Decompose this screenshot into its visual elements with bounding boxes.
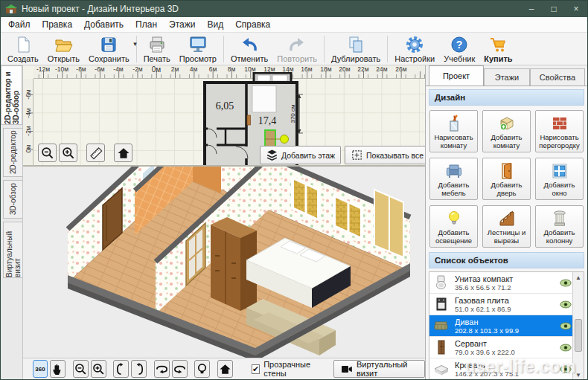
tutorial-button[interactable]: ? Учебник — [439, 33, 479, 65]
visibility-eye-icon[interactable] — [560, 300, 572, 309]
rotate-vertical-cw-icon — [132, 362, 146, 376]
orbit-left-button[interactable] — [154, 360, 170, 378]
object-list-scrollbar[interactable]: ▲ ▼ — [572, 272, 584, 380]
window-title: Новый проект - Дизайн Интерьера 3D — [22, 4, 520, 14]
add-light-button[interactable]: Добавить освещение — [429, 205, 478, 248]
tab-2d-editor[interactable]: 2D-редактор — [3, 128, 22, 177]
camera-icon — [342, 364, 352, 374]
cart-icon — [488, 35, 508, 54]
scrollbar-thumb[interactable] — [575, 319, 582, 352]
isometric-apartment-scene — [23, 167, 425, 358]
stairs-cutouts-button[interactable]: Лестницы и вырезы — [482, 205, 531, 248]
zoom-in-icon — [92, 362, 106, 376]
tilt-up-button[interactable] — [113, 360, 129, 378]
menu-file[interactable]: Файл — [2, 18, 36, 31]
menu-edit[interactable]: Правка — [36, 18, 79, 31]
object-row-bed[interactable]: Кровать 146.2 x 207.3 x 75.1 — [429, 358, 584, 380]
right-panel: Проект Этажи Свойства Дизайн — [425, 65, 587, 380]
dimension-370cm-label: 370 см — [290, 104, 296, 123]
project-tab-body: Дизайн Нарисовать комнату — [426, 86, 587, 380]
monitor-icon — [188, 35, 208, 54]
draw-room-button[interactable]: Нарисовать комнату — [429, 110, 478, 152]
print-button[interactable]: Печать — [139, 33, 175, 65]
measure-button[interactable] — [86, 144, 105, 162]
tab-project[interactable]: Проект — [429, 65, 484, 86]
settings-button[interactable]: Настройки — [390, 33, 439, 65]
zoom-in-3d-button[interactable] — [91, 360, 106, 378]
gear-icon — [405, 35, 424, 54]
transparent-walls-checkbox[interactable]: ✔ — [252, 364, 260, 374]
tab-virtual-visit[interactable]: Виртуальный визит — [3, 222, 22, 278]
main-area: 2D-редактор и 3D-обзор 2D-редактор 3D-об… — [1, 65, 587, 380]
object-row-sofa-selected[interactable]: Диван 202.8 x 101.3 x 99.9 — [429, 315, 584, 337]
scroll-down-arrow[interactable]: ▼ — [575, 370, 581, 380]
draw-partition-button[interactable]: Нарисовать перегородку — [535, 110, 584, 152]
object-list: Унитаз компакт 35.6 x 56.5 x 71.2 — [429, 271, 584, 380]
buy-button[interactable]: Купить — [479, 33, 517, 65]
minimize-button[interactable]: – — [520, 1, 543, 17]
visibility-eye-icon[interactable] — [560, 279, 572, 287]
tab-3d-view[interactable]: 3D-обзор — [3, 180, 22, 219]
view3d-toolbar: 360 — [23, 358, 425, 379]
orbit-cw-icon — [173, 362, 187, 376]
render-3d-view[interactable] — [23, 167, 425, 358]
redo-button[interactable]: Повторить — [272, 33, 322, 65]
dimensions-icon — [351, 149, 363, 161]
bed-icon — [433, 361, 450, 377]
add-floor-button[interactable]: Добавить этаж — [260, 146, 341, 164]
object-row-stove[interactable]: Газовая плита 51.0 x 62.1 x 86.9 — [429, 294, 584, 315]
menu-view[interactable]: Вид — [201, 18, 229, 31]
tab-floors[interactable]: Этажи — [484, 68, 530, 86]
zoom-in-icon — [61, 146, 76, 161]
visibility-eye-icon[interactable] — [560, 365, 572, 373]
transparent-walls-option[interactable]: ✔ Прозрачные стены — [252, 360, 322, 378]
visibility-eye-icon[interactable] — [560, 322, 572, 330]
lighting-button[interactable] — [194, 360, 210, 378]
visibility-eye-icon[interactable] — [560, 344, 572, 352]
panel-tabs: Проект Этажи Свойства — [426, 65, 587, 86]
object-row-cabinet[interactable]: Сервант 79.0 x 39.6 x 222.0 — [429, 337, 584, 358]
menu-add[interactable]: Добавить — [78, 18, 130, 31]
scroll-up-arrow[interactable]: ▲ — [575, 272, 581, 283]
zoom-out-button[interactable] — [38, 144, 57, 162]
orbit-right-button[interactable] — [172, 360, 188, 378]
tilt-down-button[interactable] — [131, 360, 147, 378]
home-icon — [116, 146, 131, 161]
object-row-toilet[interactable]: Унитаз компакт 35.6 x 56.5 x 71.2 — [429, 272, 584, 294]
plan-action-buttons: Добавить этаж Показывать все размеры — [260, 146, 425, 164]
fit-home-button[interactable] — [114, 144, 132, 162]
duplicate-button[interactable]: Дублировать — [327, 33, 385, 65]
add-room-button[interactable]: Добавить комнату — [482, 110, 531, 152]
menu-floors[interactable]: Этажи — [163, 18, 201, 31]
undo-button[interactable]: Отменить — [226, 33, 272, 65]
maximize-button[interactable]: □ — [543, 1, 565, 17]
add-window-button[interactable]: Добавить окно — [535, 158, 584, 200]
transparent-walls-label: Прозрачные стены — [263, 360, 322, 378]
add-column-button[interactable]: Добавить колонну — [535, 205, 584, 248]
open-button[interactable]: Открыть — [43, 33, 84, 65]
save-dropdown-arrow[interactable]: ▾ — [133, 40, 137, 48]
pan-hand-button[interactable] — [50, 360, 65, 378]
tab-properties[interactable]: Свойства — [530, 68, 585, 86]
rotate-360-button[interactable]: 360 — [33, 360, 48, 378]
reset-view-button[interactable] — [217, 360, 233, 378]
virtual-visit-button[interactable]: Виртуальный визит — [333, 360, 425, 378]
zoom-out-icon — [74, 362, 88, 376]
menu-help[interactable]: Справка — [229, 18, 276, 31]
plan-2d-view[interactable]: -12м -10м -8м -6м -4м -2м 0м 2м 4м 6м 8м… — [23, 65, 425, 167]
floors-stack-icon — [266, 149, 278, 161]
preview-button[interactable]: Просмотр — [175, 33, 221, 65]
add-room-icon — [497, 114, 517, 133]
menu-plan[interactable]: План — [130, 18, 163, 31]
stairs-icon — [497, 209, 517, 228]
create-button[interactable]: Создать — [3, 33, 43, 65]
save-button[interactable]: Сохранить ▾ — [84, 33, 134, 65]
zoom-out-3d-button[interactable] — [73, 360, 89, 378]
add-door-button[interactable]: Добавить дверь — [482, 158, 531, 200]
add-furniture-button[interactable]: Добавить мебель — [429, 158, 478, 200]
show-all-sizes-button[interactable]: Показывать все размеры — [345, 146, 425, 164]
close-button[interactable]: × — [565, 1, 587, 17]
zoom-in-button[interactable] — [59, 144, 77, 162]
tab-2d-and-3d[interactable]: 2D-редактор и 3D-обзор — [1, 65, 22, 125]
save-floppy-icon — [99, 35, 118, 54]
